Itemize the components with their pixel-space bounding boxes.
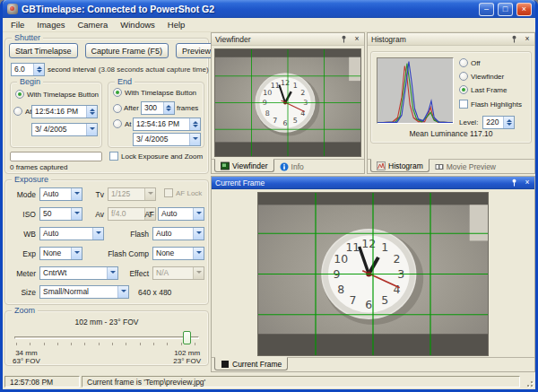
pin-icon[interactable]: [508, 178, 519, 188]
zoom-min-fov: 63° FOV: [13, 357, 40, 365]
histogram-last-frame-radio[interactable]: [459, 85, 468, 94]
end-after-label[interactable]: After: [124, 104, 139, 112]
frame-icon: [221, 360, 230, 369]
wb-dropdown[interactable]: Auto: [39, 227, 104, 240]
meter-arrow[interactable]: [107, 267, 117, 279]
meter-dropdown[interactable]: CntrWt: [39, 266, 118, 280]
iso-label: ISO: [13, 210, 36, 219]
end-time-spinner[interactable]: 12:54:16 PM: [133, 118, 201, 131]
wb-arrow[interactable]: [92, 228, 103, 240]
begin-with-button-label[interactable]: With Timelapse Button: [27, 91, 99, 99]
histogram-off-radio[interactable]: [459, 58, 468, 67]
begin-time-spin-buttons[interactable]: [86, 106, 97, 118]
menu-file[interactable]: File: [4, 19, 30, 30]
spin-down-icon: [37, 70, 42, 75]
end-date-arrow[interactable]: [189, 134, 200, 145]
interval-spin-buttons[interactable]: [33, 64, 44, 75]
flash-arrow[interactable]: [193, 228, 204, 240]
mode-dropdown[interactable]: Auto: [39, 187, 82, 201]
exp-arrow[interactable]: [71, 248, 82, 259]
end-at-label[interactable]: At: [125, 120, 132, 128]
end-with-button-radio[interactable]: [113, 88, 122, 97]
histogram-chart: [377, 57, 454, 124]
begin-date-dropdown[interactable]: 3/ 4/2005: [31, 123, 98, 136]
app-window: GBTimelapse: Connected to PowerShot G2 –…: [0, 0, 538, 392]
flash-comp-arrow[interactable]: [193, 248, 204, 259]
wb-label: WB: [13, 230, 36, 239]
begin-at-radio[interactable]: [13, 107, 22, 116]
spin-up-icon: [166, 102, 171, 108]
begin-time-spinner[interactable]: 12:54:16 PM: [31, 105, 98, 118]
lock-exposure-checkbox[interactable]: [109, 152, 118, 161]
menu-camera[interactable]: Camera: [71, 19, 114, 30]
end-frames-spinner[interactable]: 300: [141, 101, 175, 115]
mode-arrow[interactable]: [71, 188, 82, 200]
effect-label: Effect: [124, 269, 149, 278]
viewfinder-tabstrip: Viewfinder Info: [212, 159, 364, 173]
level-spinner[interactable]: 220: [482, 116, 515, 129]
af-arrow[interactable]: [193, 208, 204, 220]
tab-viewfinder[interactable]: Viewfinder: [214, 159, 274, 172]
close-icon[interactable]: ×: [522, 178, 533, 188]
lock-exposure-label[interactable]: Lock Exposure and Zoom: [121, 152, 203, 161]
spin-down-icon: [507, 123, 512, 128]
histogram-off-label[interactable]: Off: [471, 59, 481, 67]
menu-help[interactable]: Help: [161, 19, 192, 30]
end-at-radio[interactable]: [113, 119, 122, 128]
tv-arrow: [144, 188, 155, 200]
flash-highlights-label[interactable]: Flash Highlights: [471, 100, 522, 109]
end-frames-spin-buttons[interactable]: [163, 102, 174, 114]
tab-histogram[interactable]: Histogram: [370, 159, 430, 172]
tv-dropdown: 1/125: [108, 187, 156, 201]
menu-bar: File Images Camera Windows Help: [3, 18, 535, 32]
interval-spinner[interactable]: 6.0: [11, 63, 45, 76]
start-timelapse-button[interactable]: Start Timelapse: [9, 43, 78, 58]
close-icon[interactable]: ×: [522, 34, 533, 45]
end-date-dropdown[interactable]: 3/ 4/2005: [133, 133, 201, 146]
wb-value: Auto: [40, 228, 92, 240]
pin-icon[interactable]: [508, 34, 519, 45]
tab-info[interactable]: Info: [274, 160, 309, 173]
af-dropdown[interactable]: Auto: [158, 207, 204, 221]
mean-luminance-label: Mean Luminance 117.10: [371, 129, 531, 138]
close-button[interactable]: ×: [516, 3, 532, 16]
menu-windows[interactable]: Windows: [114, 19, 161, 30]
begin-date-arrow[interactable]: [86, 124, 97, 135]
end-with-button-label[interactable]: With Timelapse Button: [125, 89, 196, 97]
capture-frame-button[interactable]: Capture Frame (F5): [85, 43, 169, 58]
tab-current-frame[interactable]: Current Frame: [214, 357, 288, 370]
histogram-viewfinder-label[interactable]: Viewfinder: [471, 73, 504, 81]
capture-progress-bar: [10, 152, 102, 161]
menu-images[interactable]: Images: [30, 19, 71, 30]
close-icon[interactable]: ×: [351, 34, 362, 45]
flash-dropdown[interactable]: Auto: [152, 227, 204, 240]
size-arrow[interactable]: [117, 286, 128, 298]
flash-comp-dropdown[interactable]: None: [152, 247, 204, 260]
end-after-radio[interactable]: [113, 104, 122, 113]
app-icon[interactable]: [7, 4, 18, 14]
maximize-button[interactable]: □: [498, 3, 513, 16]
shutter-group-label: Shutter: [12, 33, 43, 43]
af-label: AF: [143, 210, 154, 219]
chevron-down-icon: [196, 251, 202, 257]
iso-arrow[interactable]: [71, 208, 82, 220]
pin-icon[interactable]: [338, 34, 349, 45]
resize-grip[interactable]: [522, 376, 534, 388]
zoom-slider-thumb[interactable]: [183, 331, 191, 344]
begin-group: Begin With Timelapse Button At 12:54:16 …: [10, 82, 102, 148]
flash-highlights-checkbox[interactable]: [459, 100, 468, 109]
iso-dropdown[interactable]: 50: [39, 207, 82, 221]
mode-label: Mode: [13, 190, 36, 199]
begin-with-button-radio[interactable]: [15, 90, 24, 99]
minimize-button[interactable]: –: [479, 3, 494, 16]
mode-value: Auto: [40, 188, 71, 200]
begin-date-value: 3/ 4/2005: [32, 124, 86, 135]
size-dropdown[interactable]: Small/Normal: [39, 285, 129, 299]
tab-movie-preview[interactable]: Movie Preview: [430, 160, 501, 173]
exp-dropdown[interactable]: None: [39, 247, 82, 260]
end-time-spin-buttons[interactable]: [189, 118, 200, 130]
histogram-viewfinder-radio[interactable]: [459, 72, 468, 81]
level-spin-buttons[interactable]: [503, 117, 514, 128]
zoom-slider-track[interactable]: [14, 336, 199, 339]
histogram-last-frame-label[interactable]: Last Frame: [471, 86, 507, 94]
